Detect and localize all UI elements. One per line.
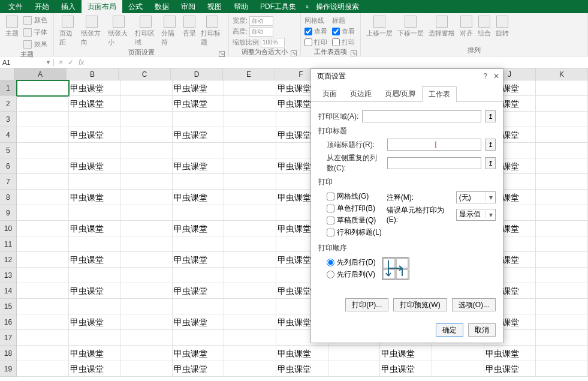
row-header[interactable]: 14 [0, 283, 17, 299]
cell[interactable] [17, 158, 69, 174]
row-header[interactable]: 3 [0, 112, 17, 127]
row-header[interactable]: 7 [0, 174, 17, 190]
cell[interactable] [120, 283, 173, 299]
enter-icon[interactable]: ✓ [68, 58, 74, 67]
cell[interactable]: 甲虫课堂 [484, 361, 536, 377]
cell[interactable] [173, 268, 225, 283]
tab-header-footer[interactable]: 页眉/页脚 [378, 86, 422, 101]
row-header[interactable]: 4 [0, 127, 17, 143]
row-header[interactable]: 8 [0, 190, 17, 205]
cell[interactable]: 甲虫课堂 [173, 96, 225, 112]
cell[interactable] [432, 361, 484, 377]
cell[interactable] [69, 174, 121, 190]
cell[interactable] [120, 361, 173, 377]
cell[interactable] [120, 221, 173, 236]
print-area-button[interactable]: 打印区域 [133, 14, 159, 48]
cell[interactable] [536, 190, 588, 205]
cell[interactable] [17, 190, 69, 205]
cell[interactable] [120, 236, 173, 252]
cell[interactable] [17, 361, 69, 377]
cell[interactable] [120, 299, 173, 314]
menu-insert[interactable]: 插入 [55, 0, 82, 14]
fx-icon[interactable]: fx [79, 58, 84, 67]
cancel-icon[interactable]: × [59, 58, 63, 67]
row-header[interactable]: 11 [0, 236, 17, 252]
cell[interactable] [536, 112, 588, 127]
send-backward-button[interactable]: 下移一层 [396, 14, 426, 39]
row-header[interactable]: 2 [0, 96, 17, 112]
cell[interactable] [120, 190, 173, 205]
print-area-input[interactable] [362, 110, 481, 122]
order-over-down-radio[interactable] [327, 271, 334, 278]
cell[interactable] [17, 96, 69, 112]
cell[interactable]: 甲虫课堂 [173, 314, 225, 330]
cell[interactable] [120, 314, 173, 330]
cell[interactable] [120, 252, 173, 268]
cell[interactable] [120, 346, 173, 361]
margins-button[interactable]: 页边距 [58, 14, 78, 48]
cell[interactable] [224, 283, 276, 299]
menu-home[interactable]: 开始 [29, 0, 55, 14]
row-header[interactable]: 15 [0, 299, 17, 314]
cell[interactable] [69, 268, 121, 283]
selection-pane-button[interactable]: 选择窗格 [427, 14, 457, 39]
menu-pdf[interactable]: PDF工具集 [254, 0, 302, 14]
cell[interactable] [224, 158, 276, 174]
cell[interactable] [120, 174, 173, 190]
print-button[interactable]: 打印(P)... [345, 298, 388, 311]
row-header[interactable]: 9 [0, 205, 17, 221]
gridlines-checkbox[interactable] [327, 193, 334, 200]
cell[interactable] [224, 252, 276, 268]
row-header[interactable]: 5 [0, 143, 17, 158]
comments-dropdown[interactable]: (无)▾ [456, 191, 496, 203]
cell[interactable]: 甲虫课堂 [69, 221, 121, 236]
sheet-options-launcher[interactable]: ↘ [351, 50, 357, 56]
cell[interactable] [224, 96, 276, 112]
paper-size-button[interactable]: 纸张大小 [106, 14, 132, 48]
cell[interactable]: 甲虫课堂 [69, 96, 121, 112]
cell[interactable] [173, 143, 225, 158]
row-header[interactable]: 16 [0, 314, 17, 330]
left-cols-input[interactable] [387, 157, 481, 169]
cell[interactable] [69, 299, 121, 314]
cell[interactable] [120, 143, 173, 158]
row-header[interactable]: 6 [0, 158, 17, 174]
cell[interactable] [17, 143, 69, 158]
print-titles-button[interactable]: 打印标题 [199, 14, 225, 48]
cell[interactable]: 甲虫课堂 [69, 314, 121, 330]
cell[interactable] [17, 283, 69, 299]
cell[interactable] [536, 268, 588, 283]
cell[interactable] [224, 299, 276, 314]
cell[interactable] [17, 236, 69, 252]
cell[interactable] [328, 361, 381, 377]
cell[interactable] [536, 205, 588, 221]
dialog-titlebar[interactable]: 页面设置 ? ✕ [311, 69, 503, 83]
menu-page-layout[interactable]: 页面布局 [82, 0, 122, 14]
cell[interactable] [173, 205, 225, 221]
cell[interactable]: 甲虫课堂 [69, 252, 121, 268]
menu-formulas[interactable]: 公式 [122, 0, 149, 14]
cell[interactable] [120, 127, 173, 143]
cell[interactable]: 甲虫课堂 [276, 361, 328, 377]
cell[interactable] [536, 96, 588, 112]
column-header[interactable]: A [14, 68, 67, 80]
column-header[interactable]: D [171, 68, 223, 80]
cell[interactable] [17, 174, 69, 190]
tab-sheet[interactable]: 工作表 [422, 86, 457, 102]
cell[interactable] [173, 112, 225, 127]
column-header[interactable]: K [536, 68, 588, 80]
cell[interactable] [69, 143, 121, 158]
tell-me-search[interactable]: 操作说明搜索 [310, 0, 365, 14]
row-header[interactable]: 12 [0, 252, 17, 268]
cell[interactable] [536, 299, 588, 314]
row-header[interactable]: 17 [0, 330, 17, 346]
top-rows-ref-button[interactable]: ↥ [485, 139, 496, 151]
cell[interactable] [17, 299, 69, 314]
cell[interactable]: 甲虫课堂 [380, 361, 432, 377]
cell[interactable] [17, 127, 69, 143]
cell[interactable]: 甲虫课堂 [173, 80, 225, 96]
cell[interactable]: 甲虫课堂 [173, 252, 225, 268]
top-rows-input[interactable]: I [387, 139, 481, 151]
cell[interactable] [224, 80, 276, 96]
cell[interactable] [328, 346, 381, 361]
